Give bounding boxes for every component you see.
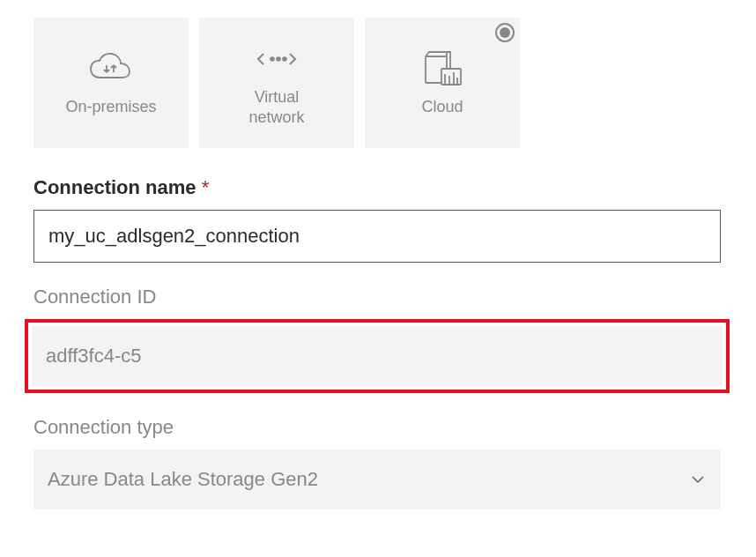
connection-id-label: Connection ID <box>33 286 723 308</box>
connection-type-value: Azure Data Lake Storage Gen2 <box>48 468 318 491</box>
connection-location-tiles: On-premises Virtual network <box>33 18 723 148</box>
svg-point-2 <box>283 57 286 61</box>
chevron-down-icon <box>689 471 707 488</box>
tile-virtual-network[interactable]: Virtual network <box>199 18 354 148</box>
connection-type-field-group: Connection type Azure Data Lake Storage … <box>33 416 723 509</box>
cloud-server-icon <box>420 48 464 90</box>
radio-selected-icon <box>495 23 515 42</box>
cloud-sync-icon <box>87 48 135 90</box>
network-icon <box>255 38 299 80</box>
connection-name-field-group: Connection name * <box>33 176 723 263</box>
tile-label: On-premises <box>65 97 156 117</box>
label-text: Connection name <box>33 176 196 198</box>
connection-id-highlight: adff3fc4-c5 <box>25 319 730 393</box>
svg-point-0 <box>271 57 274 61</box>
connection-id-field-group: Connection ID adff3fc4-c5 <box>33 286 723 393</box>
required-mark: * <box>202 176 210 198</box>
tile-label: Cloud <box>421 97 463 117</box>
tile-label: Virtual network <box>248 87 304 129</box>
connection-type-select[interactable]: Azure Data Lake Storage Gen2 <box>33 449 721 509</box>
connection-name-input[interactable] <box>33 210 721 263</box>
connection-id-value: adff3fc4-c5 <box>32 326 723 386</box>
svg-point-1 <box>277 57 280 61</box>
connection-type-label: Connection type <box>33 416 723 439</box>
tile-cloud[interactable]: Cloud <box>365 18 520 148</box>
connection-name-label: Connection name * <box>33 176 723 199</box>
tile-on-premises[interactable]: On-premises <box>33 18 189 148</box>
